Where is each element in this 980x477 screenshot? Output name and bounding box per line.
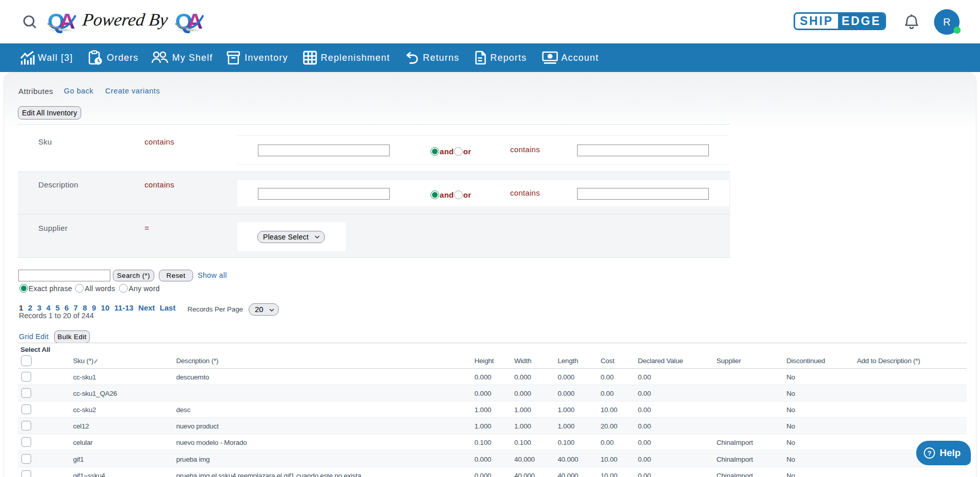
svg-text:?: ?	[927, 449, 931, 457]
